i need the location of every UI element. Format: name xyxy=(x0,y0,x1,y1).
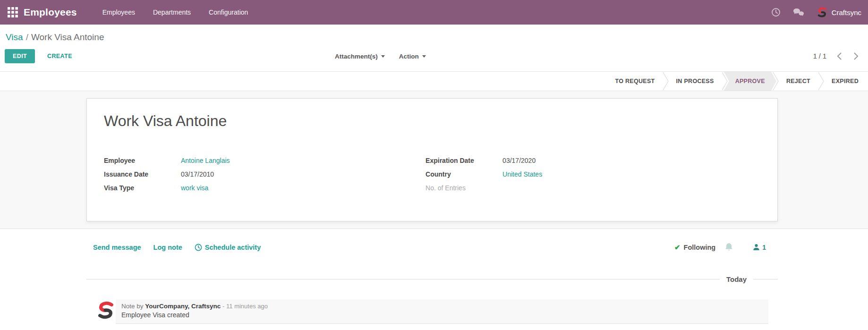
divider-line xyxy=(753,279,778,279)
apps-grid-icon[interactable] xyxy=(6,5,20,19)
no-of-entries-field-label: No. of Entries xyxy=(425,184,502,192)
bell-icon xyxy=(725,243,733,252)
send-message-button[interactable]: Send message xyxy=(93,244,141,251)
user-name: Craftsync xyxy=(832,8,861,17)
message-body: Employee Visa created xyxy=(121,311,763,319)
visa-type-field-label: Visa Type xyxy=(104,184,181,192)
caret-down-icon xyxy=(381,55,385,58)
message-timestamp: - 11 minutes ago xyxy=(222,303,268,310)
chatter-message[interactable]: Note by YourCompany, Craftsync - 11 minu… xyxy=(116,299,768,324)
message-header: Note by YourCompany, Craftsync - 11 minu… xyxy=(121,303,763,310)
caret-down-icon xyxy=(422,55,426,58)
pager-count: 1 / 1 xyxy=(813,52,826,60)
breadcrumb-separator: / xyxy=(26,32,28,42)
visa-type-field-value[interactable]: work visa xyxy=(181,184,208,192)
employee-field-value[interactable]: Antoine Langlais xyxy=(181,157,230,164)
status-step-to-request[interactable]: TO REQUEST xyxy=(608,72,663,91)
top-navbar: Employees Employees Departments Configur… xyxy=(0,0,868,25)
country-field-label: Country xyxy=(425,170,502,178)
schedule-activity-button[interactable]: Schedule activity xyxy=(195,244,261,251)
menu-employees[interactable]: Employees xyxy=(102,7,136,18)
menu-configuration[interactable]: Configuration xyxy=(208,7,249,18)
followers-button[interactable]: 1 xyxy=(753,244,766,251)
country-field-value[interactable]: United States xyxy=(502,170,542,178)
breadcrumb: Visa/Work Visa Antoine xyxy=(6,32,104,42)
date-divider: Today xyxy=(86,275,778,283)
field-group: Employee Antoine Langlais Issuance Date … xyxy=(104,153,760,195)
message-author-avatar xyxy=(97,299,115,321)
record-title: Work Visa Antoine xyxy=(104,112,760,130)
issuance-date-field-label: Issuance Date xyxy=(104,170,181,178)
field-row-no-of-entries: No. of Entries xyxy=(425,181,747,195)
create-button[interactable]: CREATE xyxy=(47,49,72,63)
action-label: Action xyxy=(399,53,419,60)
field-column-right: Expiration Date 03/17/2020 Country Unite… xyxy=(425,153,747,195)
follower-count: 1 xyxy=(762,244,766,251)
breadcrumb-current: Work Visa Antoine xyxy=(31,32,104,42)
status-step-in-process[interactable]: IN PROCESS xyxy=(669,72,722,91)
issuance-date-field-value: 03/17/2010 xyxy=(181,170,214,178)
chatter-buttons: Send message Log note Schedule activity xyxy=(93,244,261,251)
schedule-activity-label: Schedule activity xyxy=(205,244,261,251)
activities-button[interactable] xyxy=(771,8,781,17)
status-step-expired[interactable]: EXPIRED xyxy=(824,72,866,91)
schedule-activity-clock-icon xyxy=(195,244,202,251)
expiration-date-field-label: Expiration Date xyxy=(425,157,502,164)
message-note-prefix: Note by xyxy=(121,303,144,310)
control-panel-dropdowns: Attachment(s) Action xyxy=(335,49,426,63)
s-logo-icon xyxy=(97,300,115,321)
s-logo-icon xyxy=(817,7,827,17)
field-row-country: Country United States xyxy=(425,167,747,181)
field-row-visa-type: Visa Type work visa xyxy=(104,181,425,195)
follow-area: ✔ Following 1 xyxy=(674,243,859,252)
field-row-expiration-date: Expiration Date 03/17/2020 xyxy=(425,153,747,167)
status-step-separator xyxy=(663,72,669,91)
date-divider-label: Today xyxy=(726,275,747,283)
topbar-right: Craftsync xyxy=(771,7,861,18)
status-step-separator xyxy=(818,72,824,91)
user-menu[interactable]: Craftsync xyxy=(817,7,861,18)
attachments-dropdown[interactable]: Attachment(s) xyxy=(335,53,385,60)
message-author: YourCompany, Craftsync xyxy=(145,303,221,310)
field-column-left: Employee Antoine Langlais Issuance Date … xyxy=(104,153,425,195)
statusbar: TO REQUEST IN PROCESS APPROVE REJECT EXP… xyxy=(0,71,868,91)
expiration-date-field-value: 03/17/2020 xyxy=(502,157,536,164)
field-row-employee: Employee Antoine Langlais xyxy=(104,153,425,167)
notification-bell-button[interactable] xyxy=(725,243,733,252)
attachments-label: Attachment(s) xyxy=(335,53,378,60)
user-avatar xyxy=(817,7,828,18)
status-step-reject[interactable]: REJECT xyxy=(779,72,818,91)
breadcrumb-visa-link[interactable]: Visa xyxy=(6,32,23,42)
pager-previous-button[interactable] xyxy=(836,51,843,61)
field-row-issuance-date: Issuance Date 03/17/2010 xyxy=(104,167,425,181)
following-check-icon: ✔ xyxy=(674,243,681,252)
chat-bubbles-icon xyxy=(793,8,804,17)
follower-person-icon xyxy=(753,244,760,251)
top-menu: Employees Departments Configuration xyxy=(102,7,249,18)
pager: 1 / 1 xyxy=(813,49,859,63)
following-button[interactable]: ✔ Following xyxy=(674,243,715,252)
form-sheet: Work Visa Antoine Employee Antoine Langl… xyxy=(86,98,778,221)
activity-clock-icon xyxy=(771,8,781,17)
divider-line xyxy=(86,279,720,279)
grid-icon xyxy=(7,7,18,18)
following-label: Following xyxy=(684,244,716,251)
edit-button[interactable]: EDIT xyxy=(5,49,35,63)
form-background-band: Work Visa Antoine Employee Antoine Langl… xyxy=(0,91,868,229)
app-title[interactable]: Employees xyxy=(24,7,77,18)
menu-departments[interactable]: Departments xyxy=(152,7,192,18)
messages-button[interactable] xyxy=(793,8,804,17)
action-dropdown[interactable]: Action xyxy=(399,53,426,60)
chevron-right-icon xyxy=(853,52,859,60)
log-note-button[interactable]: Log note xyxy=(153,244,182,251)
employee-field-label: Employee xyxy=(104,157,181,164)
pager-next-button[interactable] xyxy=(852,51,859,61)
status-step-approve-active[interactable]: APPROVE xyxy=(724,72,776,91)
chevron-left-icon xyxy=(837,52,842,60)
